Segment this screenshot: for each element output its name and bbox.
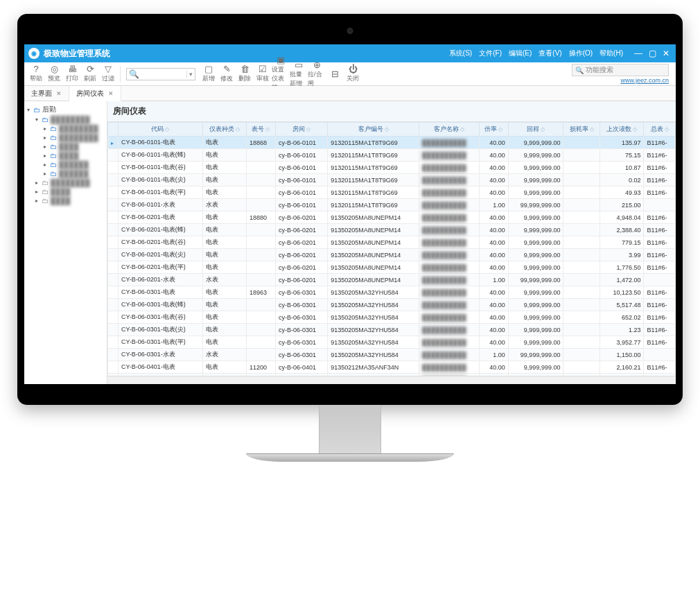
- table-row[interactable]: CY-B-06-0201-电表(蜂)电表cy-B-06-020191350205…: [108, 224, 676, 236]
- folder-icon: 🗀: [50, 134, 57, 141]
- menu-item[interactable]: 查看(V): [539, 49, 561, 58]
- document-tab[interactable]: 主界面✕: [24, 86, 69, 101]
- tree-item[interactable]: ▸🗀████: [26, 196, 105, 205]
- cell-rate: 40.00: [479, 249, 508, 261]
- menu-item[interactable]: 帮助(H): [600, 49, 623, 58]
- table-row[interactable]: CY-B-06-0301-电表(蜂)电表cy-B-06-030191350205…: [108, 299, 676, 311]
- table-row[interactable]: CY-B-06-0101-电表(蜂)电表cy-B-06-010191320115…: [108, 149, 676, 162]
- column-header[interactable]: 倍率◇: [479, 123, 508, 137]
- column-header[interactable]: 回程◇: [508, 123, 563, 137]
- toolbar-button[interactable]: ⟳刷新: [81, 64, 99, 83]
- sort-icon[interactable]: ◇: [498, 126, 502, 132]
- cell-range: 9,999,999.00: [508, 137, 563, 149]
- cell-meter: 18963: [247, 286, 276, 299]
- row-selector-header[interactable]: [108, 123, 119, 137]
- function-search-input[interactable]: 🔍 功能搜索: [572, 64, 669, 76]
- expand-icon[interactable]: ▸: [42, 144, 48, 150]
- cell-range: 9,999,999.00: [508, 261, 563, 274]
- tree-item[interactable]: ▸🗀████: [26, 187, 105, 196]
- folder-icon: 🗀: [50, 161, 57, 168]
- cell-loss: [563, 137, 600, 149]
- tree-item[interactable]: ▸🗀██████: [26, 169, 105, 178]
- tree-item[interactable]: ▸🗀████████: [26, 124, 105, 133]
- table-row[interactable]: CY-B-06-0201-电表(谷)电表cy-B-06-020191350205…: [108, 236, 676, 249]
- table-row[interactable]: CY-B-06-0201-电表电表18880cy-B-06-0201913502…: [108, 211, 676, 224]
- sort-icon[interactable]: ◇: [265, 126, 270, 132]
- table-row[interactable]: CY-B-06-0301-水表水表cy-B-06-030191350205MA3…: [108, 349, 676, 361]
- expand-icon[interactable]: ▸: [42, 171, 48, 177]
- tree-item[interactable]: ▸🗀████████: [26, 133, 105, 142]
- expand-icon[interactable]: ▾: [34, 116, 40, 123]
- expand-icon[interactable]: ▸: [42, 125, 48, 132]
- sort-icon[interactable]: ◇: [385, 126, 389, 132]
- toolbar-button[interactable]: ▽过滤: [99, 64, 117, 83]
- expand-icon[interactable]: ▸: [42, 153, 48, 159]
- table-row[interactable]: CY-B-06-0101-电表(平)电表cy-B-06-010191320115…: [108, 186, 676, 199]
- table-row[interactable]: CY-B-06-0401-电表电表11200cy-B-06-0401913502…: [108, 361, 676, 374]
- expand-icon[interactable]: ▸: [34, 189, 40, 195]
- table-row[interactable]: CY-B-06-0101-电表(谷)电表cy-B-06-010191320115…: [108, 162, 676, 174]
- table-row[interactable]: CY-B-06-0301-电表(尖)电表cy-B-06-030191350205…: [108, 324, 676, 336]
- cell-range: 9,999,999.00: [508, 236, 563, 249]
- tree-item[interactable]: ▸🗀████: [26, 151, 105, 160]
- cell-custno: 91350205MA32YHU584: [328, 299, 419, 311]
- table-row[interactable]: CY-B-06-0101-水表水表cy-B-06-010191320115MA1…: [108, 199, 676, 211]
- column-header[interactable]: 代码◇: [119, 123, 203, 137]
- column-header[interactable]: 客户名称◇: [419, 123, 479, 137]
- column-header[interactable]: 总表◇: [644, 123, 676, 137]
- column-header[interactable]: 损耗率◇: [563, 123, 600, 137]
- toolbar-button[interactable]: 🖶打印: [63, 64, 81, 83]
- minimize-button[interactable]: —: [633, 48, 644, 59]
- column-header[interactable]: 上次读数◇: [600, 123, 644, 137]
- website-link[interactable]: www.jeez.com.cn: [620, 77, 669, 84]
- table-row[interactable]: CY-B-06-0301-电表电表18963cy-B-06-0301913502…: [108, 286, 676, 299]
- close-button[interactable]: ✕: [660, 48, 672, 59]
- table-row[interactable]: CY-B-06-0201-电表(尖)电表cy-B-06-020191350205…: [108, 249, 676, 261]
- sort-icon[interactable]: ◇: [460, 126, 464, 132]
- sort-icon[interactable]: ◇: [541, 126, 545, 132]
- column-header[interactable]: 客户编号◇: [328, 123, 419, 137]
- menu-item[interactable]: 文件(F): [479, 49, 502, 58]
- column-header[interactable]: 表号◇: [247, 123, 276, 137]
- table-row[interactable]: CY-B-06-0101-电表(尖)电表cy-B-06-010191320115…: [108, 174, 676, 186]
- cell-loss: [563, 236, 600, 249]
- table-row[interactable]: ▸CY-B-06-0101-电表电表18868cy-B-06-010191320…: [108, 137, 676, 149]
- toolbar-label: 修改: [220, 74, 233, 83]
- menu-item[interactable]: 编辑(E): [509, 49, 532, 58]
- toolbar-button[interactable]: ◎预览: [45, 64, 63, 83]
- cell-loss: [563, 211, 600, 224]
- sort-icon[interactable]: ◇: [165, 126, 169, 132]
- data-grid[interactable]: 代码◇仪表种类◇表号◇房间◇客户编号◇客户名称◇倍率◇回程◇损耗率◇上次读数◇总…: [107, 122, 676, 376]
- expand-icon[interactable]: ▸: [34, 198, 40, 204]
- tab-close-icon[interactable]: ✕: [56, 90, 62, 97]
- folder-icon: 🗀: [42, 188, 49, 196]
- horizontal-scrollbar[interactable]: [107, 376, 676, 384]
- sort-icon[interactable]: ◇: [236, 126, 240, 132]
- expand-icon[interactable]: ▸: [42, 134, 48, 141]
- tree-item[interactable]: ▸🗀██████: [26, 160, 105, 169]
- maximize-button[interactable]: ▢: [647, 48, 658, 59]
- tree-item[interactable]: ▸🗀████: [26, 142, 105, 151]
- table-row[interactable]: CY-B-06-0301-电表(谷)电表cy-B-06-030191350205…: [108, 311, 676, 324]
- tree-root[interactable]: ▾ 🗀 后勤: [26, 104, 105, 115]
- table-row[interactable]: CY-B-06-0201-水表水表cy-B-06-020191350205MA8…: [108, 274, 676, 286]
- column-header[interactable]: 仪表种类◇: [202, 123, 246, 137]
- expand-icon[interactable]: ▸: [42, 162, 48, 168]
- sort-icon[interactable]: ◇: [306, 126, 310, 132]
- expand-icon[interactable]: ▸: [34, 180, 40, 186]
- collapse-icon[interactable]: ▾: [26, 107, 31, 113]
- menu-item[interactable]: 操作(O): [569, 49, 593, 58]
- table-row[interactable]: CY-B-06-0201-电表(平)电表cy-B-06-020191350205…: [108, 261, 676, 274]
- document-tab[interactable]: 房间仪表✕: [69, 86, 121, 101]
- sort-icon[interactable]: ◇: [665, 126, 669, 132]
- toolbar-search-dropdown[interactable]: 🔍 ▾: [126, 68, 195, 80]
- toolbar-button[interactable]: ?帮助: [27, 64, 45, 83]
- table-row[interactable]: CY-B-06-0301-电表(平)电表cy-B-06-030191350205…: [108, 336, 676, 349]
- tree-item[interactable]: ▸🗀████████: [26, 178, 105, 187]
- sort-icon[interactable]: ◇: [590, 126, 594, 132]
- tab-close-icon[interactable]: ✕: [108, 90, 114, 97]
- column-header[interactable]: 房间◇: [275, 123, 327, 137]
- sort-icon[interactable]: ◇: [633, 126, 637, 132]
- menu-item[interactable]: 系统(S): [449, 49, 472, 58]
- tree-item[interactable]: ▾🗀████████: [26, 115, 105, 124]
